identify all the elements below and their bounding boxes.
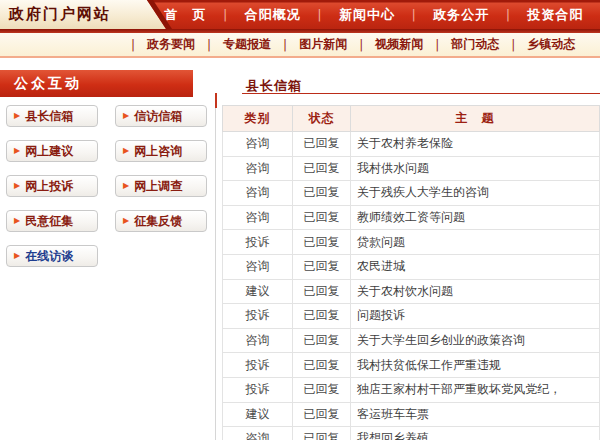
arrow-icon: ▶ [14,147,20,155]
cell-status: 已回复 [293,377,351,402]
top-nav-item-1[interactable]: 合阳概况 [245,6,301,24]
arrow-icon: ▶ [123,182,129,190]
cell-subject-link[interactable]: 客运班车车票 [351,402,600,427]
cell-category: 建议 [223,279,293,304]
cell-subject-link[interactable]: 我想回乡养殖 [351,427,600,440]
cell-status: 已回复 [293,353,351,378]
cell-subject-link[interactable]: 关于残疾人大学生的咨询 [351,181,600,206]
cell-category: 建议 [223,402,293,427]
cell-status: 已回复 [293,254,351,279]
cell-category: 咨询 [223,205,293,230]
sub-nav-separator: | [283,38,287,52]
sidebar-menu: ▶县长信箱▶信访信箱▶网上建议▶网上咨询▶网上投诉▶网上调查▶民意征集▶征集反馈… [6,105,207,267]
cell-category: 咨询 [223,156,293,181]
sidebar-item-0[interactable]: ▶县长信箱 [6,105,98,127]
arrow-icon: ▶ [123,112,129,120]
table-header-row: 类别 状态 主 题 [223,106,600,132]
top-nav-item-3[interactable]: 政务公开 [433,6,489,24]
top-nav-separator: | [223,7,228,22]
cell-subject-link[interactable]: 农民进城 [351,254,600,279]
sub-nav-item-5[interactable]: 乡镇动态 [527,36,575,53]
sidebar-item-7[interactable]: ▶征集反馈 [115,210,207,232]
cell-category: 咨询 [223,254,293,279]
sidebar-item-label: 网上投诉 [25,178,73,195]
sidebar-item-5[interactable]: ▶网上调查 [115,175,207,197]
cell-status: 已回复 [293,328,351,353]
table-row: 投诉已回复我村扶贫低保工作严重违规 [223,353,600,378]
table-row: 投诉已回复贷款问题 [223,230,600,255]
sub-nav-item-4[interactable]: 部门动态 [451,36,499,53]
cell-subject-link[interactable]: 问题投诉 [351,304,600,329]
sub-nav-separator: | [511,38,515,52]
arrow-icon: ▶ [123,217,129,225]
sidebar-item-2[interactable]: ▶网上建议 [6,140,98,162]
sidebar-item-label: 民意征集 [25,213,73,230]
top-nav-item-4[interactable]: 投资合阳 [528,6,584,24]
sub-nav-separator: | [435,38,439,52]
sidebar-title: 公众互动 [0,70,193,97]
arrow-icon: ▶ [14,182,20,190]
cell-status: 已回复 [293,132,351,157]
sub-nav-separator: | [131,38,135,52]
cell-category: 咨询 [223,181,293,206]
cell-subject-link[interactable]: 关于农村饮水问题 [351,279,600,304]
cell-subject-link[interactable]: 我村扶贫低保工作严重违规 [351,353,600,378]
cell-subject-link[interactable]: 独店王家村村干部严重败坏党风党纪， [351,377,600,402]
sidebar-item-label: 网上调查 [134,178,182,195]
sidebar-item-3[interactable]: ▶网上咨询 [115,140,207,162]
col-header-category: 类别 [223,106,293,132]
page: 首 页|合阳概况|新闻中心|政务公开|投资合阳 政府门户网站 |政务要闻|专题报… [0,0,600,440]
arrow-icon: ▶ [14,112,20,120]
cell-status: 已回复 [293,230,351,255]
table-row: 投诉已回复独店王家村村干部严重败坏党风党纪， [223,377,600,402]
arrow-icon: ▶ [14,217,20,225]
divider-red-cap [215,93,217,108]
cell-status: 已回复 [293,181,351,206]
sidebar-item-6[interactable]: ▶民意征集 [6,210,98,232]
top-header: 首 页|合阳概况|新闻中心|政务公开|投资合阳 政府门户网站 [0,0,600,29]
table-row: 建议已回复关于农村饮水问题 [223,279,600,304]
top-nav-item-2[interactable]: 新闻中心 [339,6,395,24]
table-row: 咨询已回复我想回乡养殖 [223,427,600,440]
top-nav-separator: | [506,7,511,22]
top-nav-separator: | [317,7,322,22]
cell-category: 投诉 [223,304,293,329]
title-underline [242,93,600,94]
sidebar-item-label: 在线访谈 [25,248,73,265]
sub-nav-item-2[interactable]: 图片新闻 [299,36,347,53]
sidebar-content-divider [215,108,216,440]
cell-status: 已回复 [293,304,351,329]
top-nav-separator: | [411,7,416,22]
cell-status: 已回复 [293,205,351,230]
sub-nav-separator: | [359,38,363,52]
cell-subject-link[interactable]: 贷款问题 [351,230,600,255]
sub-nav-item-3[interactable]: 视频新闻 [375,36,423,53]
sub-nav-item-1[interactable]: 专题报道 [223,36,271,53]
table-row: 咨询已回复教师绩效工资等问题 [223,205,600,230]
table-row: 建议已回复客运班车车票 [223,402,600,427]
cell-category: 投诉 [223,377,293,402]
arrow-icon: ▶ [14,252,20,260]
sub-nav-item-0[interactable]: 政务要闻 [147,36,195,53]
table-row: 咨询已回复关于大学生回乡创业的政策咨询 [223,328,600,353]
cell-status: 已回复 [293,427,351,440]
secondary-nav: |政务要闻|专题报道|图片新闻|视频新闻|部门动态|乡镇动态 [0,33,600,58]
sidebar-item-label: 征集反馈 [134,213,182,230]
cell-subject-link[interactable]: 我村供水问题 [351,156,600,181]
cell-subject-link[interactable]: 教师绩效工资等问题 [351,205,600,230]
table-row: 咨询已回复我村供水问题 [223,156,600,181]
sidebar-item-label: 网上咨询 [134,143,182,160]
cell-subject-link[interactable]: 关于农村养老保险 [351,132,600,157]
arrow-icon: ▶ [123,147,129,155]
cell-category: 投诉 [223,230,293,255]
sidebar-item-label: 网上建议 [25,143,73,160]
cell-category: 咨询 [223,132,293,157]
cell-status: 已回复 [293,156,351,181]
col-header-status: 状态 [293,106,351,132]
sidebar-item-8[interactable]: ▶在线访谈 [6,245,98,267]
top-nav-item-0[interactable]: 首 页 [164,6,206,24]
cell-subject-link[interactable]: 关于大学生回乡创业的政策咨询 [351,328,600,353]
sidebar-item-1[interactable]: ▶信访信箱 [115,105,207,127]
cell-category: 投诉 [223,353,293,378]
sidebar-item-4[interactable]: ▶网上投诉 [6,175,98,197]
